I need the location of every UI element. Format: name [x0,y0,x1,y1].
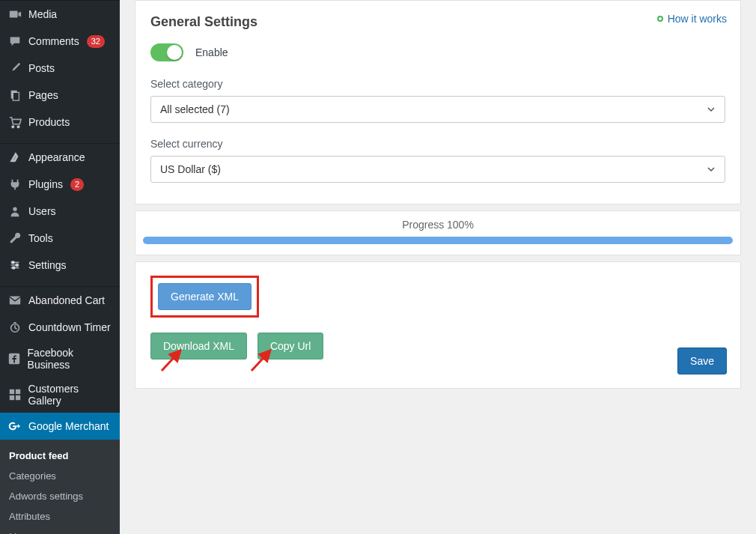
save-button[interactable]: Save [677,348,727,374]
sidebar-item-google-merchant[interactable]: Google Merchant [0,413,120,440]
plugins-count-badge: 2 [70,178,84,191]
posts-icon [7,61,22,76]
sidebar-label: Appearance [28,151,85,163]
sidebar-item-tools[interactable]: Tools [0,225,120,252]
sidebar-item-pages[interactable]: Pages [0,82,120,109]
sidebar-item-posts[interactable]: Posts [0,55,120,82]
copy-url-button[interactable]: Copy Url [257,333,323,359]
facebook-icon [7,351,22,366]
toggle-knob [167,45,182,60]
svg-point-3 [12,126,14,128]
sidebar-label: Users [28,205,56,217]
enable-toggle[interactable] [150,43,183,61]
sidebar-label: Media [28,8,57,20]
generate-xml-button[interactable]: Generate XML [158,283,252,310]
progress-label: Progress 100% [143,219,733,231]
svg-point-8 [13,267,15,269]
chevron-down-icon [707,165,716,174]
progress-card: Progress 100% [135,210,741,255]
appearance-icon [7,150,22,165]
sidebar-label: Tools [28,232,53,244]
sidebar-item-countdown-timer[interactable]: Countdown Timer [0,314,120,341]
category-label: Select category [150,78,725,90]
sidebar-label: Abandoned Cart [28,294,105,306]
sidebar-item-media[interactable]: Media [0,1,120,28]
pages-icon [7,88,22,103]
svg-rect-9 [10,297,20,305]
sidebar-label: Customers Gallery [28,383,112,407]
actions-card: Generate XML Download XML Copy Url Save [135,261,741,389]
svg-point-4 [17,126,19,128]
media-icon [7,7,22,22]
comments-icon [7,34,22,49]
how-it-works-link[interactable]: How it works [657,13,727,25]
sidebar-item-plugins[interactable]: Plugins 2 [0,171,120,198]
status-indicator-icon [657,16,663,22]
svg-rect-2 [13,92,19,100]
chevron-down-icon [707,105,716,114]
svg-rect-14 [10,395,14,400]
category-value: All selected (7) [160,103,230,115]
currency-value: US Dollar ($) [160,163,221,175]
comments-count-badge: 32 [87,35,105,48]
svg-point-6 [12,261,14,264]
sidebar-item-customers-gallery[interactable]: Customers Gallery [0,377,120,413]
plugins-icon [7,177,22,192]
sidebar-item-facebook-business[interactable]: Facebook Business [0,341,120,377]
main-content: How it works General Settings Enable Sel… [120,0,756,534]
tools-icon [7,231,22,246]
sidebar-label: Pages [28,89,58,101]
sidebar-subnav: Product feed Categories Adwords settings… [0,440,120,534]
sidebar-label: Comments [28,35,79,47]
settings-icon [7,258,22,273]
sidebar-item-products[interactable]: Products [0,109,120,136]
sidebar-label: Countdown Timer [28,321,111,333]
mail-icon [7,293,22,308]
page-title: General Settings [150,14,725,30]
currency-select[interactable]: US Dollar ($) [150,156,725,183]
admin-sidebar: Media Comments 32 Posts Pages Products A… [0,0,120,534]
subnav-license[interactable]: License [0,527,120,534]
google-plus-icon [7,419,22,434]
sidebar-label: Google Merchant [28,420,109,432]
timer-icon [7,320,22,335]
sidebar-label: Settings [28,259,67,271]
currency-label: Select currency [150,138,725,150]
products-icon [7,115,22,130]
enable-label: Enable [195,46,228,58]
general-settings-card: How it works General Settings Enable Sel… [135,0,741,204]
highlight-annotation: Generate XML [150,276,259,318]
progress-fill [143,237,733,244]
sidebar-label: Posts [28,62,55,74]
subnav-product-feed[interactable]: Product feed [0,446,120,466]
sidebar-label: Products [28,116,70,128]
sidebar-item-abandoned-cart[interactable]: Abandoned Cart [0,287,120,314]
users-icon [7,204,22,219]
gallery-icon [7,387,22,402]
how-it-works-label: How it works [668,13,727,25]
sidebar-item-users[interactable]: Users [0,198,120,225]
svg-rect-0 [10,11,18,18]
download-xml-button[interactable]: Download XML [150,333,247,359]
subnav-categories[interactable]: Categories [0,466,120,486]
svg-rect-15 [16,395,20,400]
subnav-attributes[interactable]: Attributes [0,506,120,527]
sidebar-item-comments[interactable]: Comments 32 [0,28,120,55]
sidebar-label: Facebook Business [28,347,112,371]
sidebar-label: Plugins [28,178,63,190]
progress-bar [143,237,733,244]
subnav-adwords-settings[interactable]: Adwords settings [0,486,120,506]
svg-point-5 [13,207,16,211]
category-select[interactable]: All selected (7) [150,96,725,123]
svg-point-7 [16,264,18,266]
sidebar-item-settings[interactable]: Settings [0,252,120,279]
svg-rect-12 [10,389,14,394]
svg-rect-13 [16,389,20,394]
sidebar-item-appearance[interactable]: Appearance [0,144,120,171]
